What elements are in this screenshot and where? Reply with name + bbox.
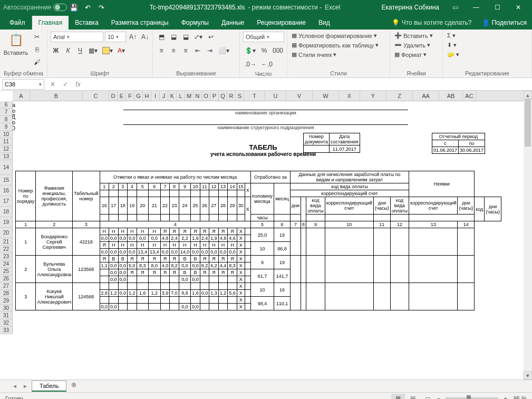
formula-bar: C38 ✕ ✓ fx <box>0 78 532 91</box>
titlebar: Автосохранение 💾 ↶ ↷ Tc-tmp4209489137323… <box>0 0 532 15</box>
add-sheet-button[interactable]: ⊕ <box>69 381 79 392</box>
tab-layout[interactable]: Разметка страницы <box>105 16 175 30</box>
undo-icon[interactable]: ↶ <box>81 1 94 14</box>
tab-view[interactable]: Вид <box>312 16 336 30</box>
tell-me[interactable]: 💡 Что вы хотите сделать? <box>386 16 477 30</box>
percent-icon[interactable]: % <box>259 45 269 56</box>
align-left-icon[interactable]: ≡ <box>156 45 167 56</box>
copy-icon[interactable]: ⎘ <box>32 44 42 55</box>
merge-icon[interactable]: ⬜▾ <box>217 45 231 56</box>
fill-color-icon[interactable]: ▾ <box>101 45 114 56</box>
align-top-icon[interactable]: ⬒ <box>156 32 167 42</box>
insert-cells-button[interactable]: ➕ Вставить ▾ <box>393 32 434 40</box>
decrease-font-icon[interactable]: A↓ <box>140 32 150 42</box>
group-cells: Ячейки <box>393 69 439 76</box>
zoom-in[interactable]: + <box>504 395 507 400</box>
format-painter-icon[interactable]: 🖌 <box>32 57 42 67</box>
zoom-level: 85 % <box>514 395 527 400</box>
save-icon[interactable]: 💾 <box>67 1 81 14</box>
period-from: 01.06.2017 <box>432 147 459 154</box>
group-font: Шрифт <box>51 69 149 76</box>
ribbon-options-icon[interactable]: ▭ <box>444 0 466 15</box>
statusbar: Готово ▦ ▤ ▭ − + 85 % <box>0 392 532 399</box>
cut-icon[interactable]: ✂ <box>32 32 42 42</box>
bold-button[interactable]: Ж <box>51 45 61 56</box>
italic-button[interactable]: К <box>63 45 73 56</box>
font-size-select[interactable]: 10 <box>105 32 126 42</box>
period-to: 30.06.2017 <box>459 147 485 154</box>
maximize-icon[interactable]: ☐ <box>487 0 508 15</box>
user-name[interactable]: Екатерина Собкина <box>382 4 439 11</box>
sheet-nav-next[interactable]: ► <box>21 383 30 389</box>
align-center-icon[interactable]: ≡ <box>168 45 179 56</box>
sheet-tab-active[interactable]: Табель <box>32 381 66 392</box>
org-label: наименование организации <box>15 110 516 115</box>
tab-file[interactable]: Файл <box>3 16 32 30</box>
comma-icon[interactable]: 000 <box>271 45 285 56</box>
currency-icon[interactable]: 💲▾ <box>243 45 257 56</box>
borders-icon[interactable]: ▦▾ <box>87 45 99 56</box>
name-box[interactable]: C38 <box>2 79 44 90</box>
cond-format-button[interactable]: ▦ Условное форматирование ▾ <box>291 32 378 40</box>
group-styles: Стили <box>291 69 386 76</box>
tab-formulas[interactable]: Формулы <box>175 16 215 30</box>
group-number: Число <box>243 70 284 77</box>
minimize-icon[interactable]: — <box>466 0 487 15</box>
ribbon: 📋 Вставить ✂ ⎘ 🖌 Буфер обмена Arial 10 A… <box>0 30 532 78</box>
view-pagebreak-icon[interactable]: ▭ <box>421 394 434 400</box>
indent-dec-icon[interactable]: ⇤ <box>192 45 203 56</box>
tab-review[interactable]: Рецензирование <box>250 16 312 30</box>
align-middle-icon[interactable]: ⬓ <box>168 32 179 42</box>
wrap-text-icon[interactable]: ↩ <box>206 32 216 42</box>
align-right-icon[interactable]: ≡ <box>180 45 191 56</box>
close-icon[interactable]: ✕ <box>508 0 529 15</box>
group-editing: Редактирование <box>446 69 528 76</box>
number-format-select[interactable]: Общий <box>243 32 284 42</box>
cell-styles-button[interactable]: ▦ Стили ячеек ▾ <box>291 51 337 59</box>
column-headers[interactable]: ABCDEFGHIJKLMNOPQRSTUVWXYZAAABAC <box>13 91 532 101</box>
sheet-content[interactable]: Форма по ОКУД по ОКПО наименование орган… <box>13 101 524 379</box>
fx-icon[interactable]: fx <box>72 81 84 88</box>
sheet-nav-prev[interactable]: ◄ <box>11 383 19 389</box>
clear-icon[interactable]: 🧽 ▾ <box>446 51 460 59</box>
group-alignment: Выравнивание <box>156 69 236 76</box>
font-color-icon[interactable]: A▾ <box>116 45 127 56</box>
underline-button[interactable]: Ч <box>75 45 85 56</box>
view-normal-icon[interactable]: ▦ <box>391 394 405 400</box>
formula-input[interactable] <box>84 79 532 90</box>
accept-formula-icon[interactable]: ✓ <box>59 81 72 88</box>
zoom-slider[interactable] <box>446 397 498 400</box>
tab-data[interactable]: Данные <box>215 16 250 30</box>
dept-label: наименование структурного подразделения <box>15 125 516 130</box>
redo-icon[interactable]: ↷ <box>94 1 108 14</box>
ribbon-tabs: Файл Главная Вставка Разметка страницы Ф… <box>0 15 532 30</box>
tab-home[interactable]: Главная <box>32 16 69 30</box>
font-name-select[interactable]: Arial <box>51 32 103 42</box>
tab-insert[interactable]: Вставка <box>69 16 105 30</box>
align-bottom-icon[interactable]: ⬓ <box>180 32 191 42</box>
window-title: Tc-tmp42094891373237934­85.xls - режим с… <box>108 4 381 11</box>
view-layout-icon[interactable]: ▤ <box>406 394 420 400</box>
inc-decimal-icon[interactable]: .0→ <box>243 59 258 70</box>
indent-inc-icon[interactable]: ⇥ <box>205 45 215 56</box>
dec-decimal-icon[interactable]: ←.0 <box>259 59 274 70</box>
orientation-icon[interactable]: ⤢▾ <box>192 32 204 42</box>
sheet-tabs: ◄ ► Табель ⊕ <box>0 379 532 392</box>
delete-cells-button[interactable]: ➖ Удалить ▾ <box>393 41 431 49</box>
autosum-icon[interactable]: Σ ▾ <box>446 32 457 40</box>
autosave-toggle[interactable]: Автосохранение <box>3 4 67 11</box>
group-clipboard: Буфер обмена <box>3 69 44 76</box>
paste-button[interactable]: 📋 Вставить <box>3 32 28 56</box>
row-headers[interactable]: 6789101112131415161718192021222324252627… <box>0 101 13 334</box>
period-header: Отчетный период <box>432 133 485 140</box>
cancel-formula-icon[interactable]: ✕ <box>46 81 59 88</box>
share-button[interactable]: 👤 Поделиться <box>477 16 532 30</box>
format-cells-button[interactable]: ▦ Формат ▾ <box>393 51 428 59</box>
fill-icon[interactable]: ⬇ ▾ <box>446 41 458 49</box>
zoom-out[interactable]: − <box>437 395 440 400</box>
format-table-button[interactable]: ▦ Форматировать как таблицу ▾ <box>291 41 380 49</box>
doc-subtitle: учета использования рабочего времени <box>179 151 347 157</box>
vertical-scrollbar[interactable]: ▲▼ <box>524 91 532 379</box>
increase-font-icon[interactable]: A↑ <box>128 32 138 42</box>
spreadsheet-grid[interactable]: ABCDEFGHIJKLMNOPQRSTUVWXYZAAABAC 6789101… <box>0 91 532 379</box>
